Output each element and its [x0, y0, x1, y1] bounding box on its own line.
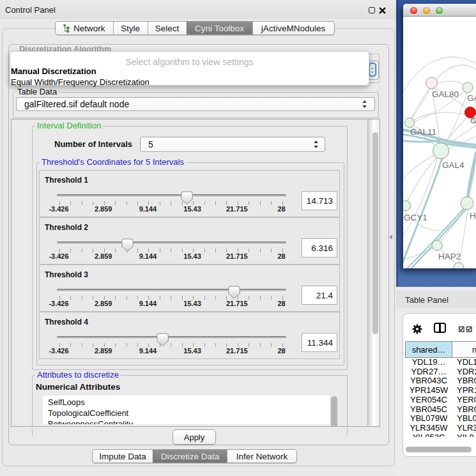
svg-text:GAL4: GAL4 [442, 160, 464, 170]
svg-text:GA: GA [467, 93, 476, 103]
svg-text:GCY1: GCY1 [404, 213, 427, 222]
svg-text:H: H [470, 211, 476, 220]
svg-text:GAL80: GAL80 [432, 89, 459, 99]
svg-text:HAP2: HAP2 [438, 252, 461, 261]
svg-text:GAL11: GAL11 [410, 127, 436, 137]
svg-text:C: C [470, 116, 476, 125]
